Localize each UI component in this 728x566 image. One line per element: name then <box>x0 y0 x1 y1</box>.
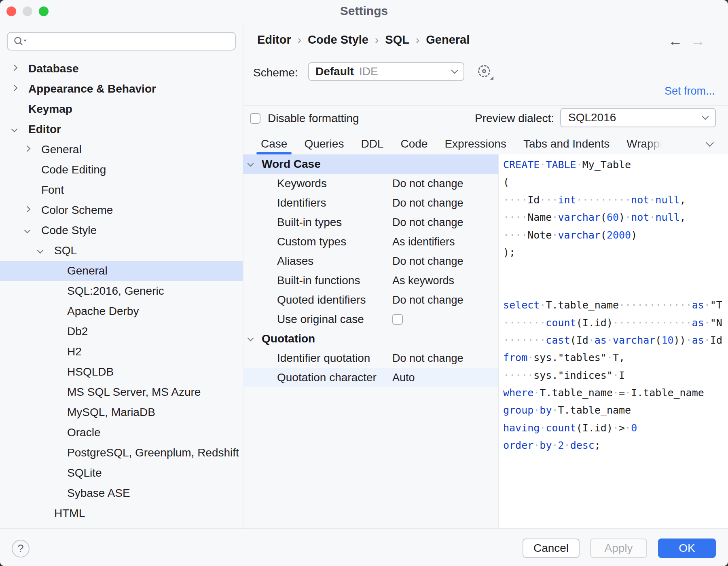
sidebar-item-db2[interactable]: Db2 <box>0 321 243 342</box>
sidebar-item-html[interactable]: HTML <box>0 503 243 524</box>
sidebar-item-oracle[interactable]: Oracle <box>0 422 243 443</box>
tab-case[interactable]: Case <box>252 133 296 154</box>
sidebar-item-general[interactable]: General <box>0 261 243 281</box>
breadcrumb-code-style[interactable]: Code Style <box>308 33 368 46</box>
tab-label: Tabs and Indents <box>523 137 609 150</box>
chevron-right-icon[interactable] <box>24 146 31 152</box>
table-row-identifier-quotation[interactable]: Identifier quotationDo not change <box>243 348 498 368</box>
table-row-built-in-types[interactable]: Built-in typesDo not change <box>243 213 498 232</box>
preview-dialect-dropdown[interactable]: SQL2016 <box>560 108 716 127</box>
table-row-quotation-character[interactable]: Quotation characterAuto <box>243 368 498 387</box>
code-keyword: CREATE <box>503 159 540 171</box>
set-from-link[interactable]: Set from... <box>665 85 715 97</box>
chevron-right-icon[interactable] <box>24 206 31 213</box>
table-row-built-in-functions[interactable]: Built-in functionsAs keywords <box>243 271 498 290</box>
code-text: T.table_name <box>540 387 613 399</box>
code-text: ( <box>601 211 607 223</box>
setting-label: Identifier quotation <box>277 352 370 365</box>
cancel-button[interactable]: Cancel <box>523 539 580 558</box>
sidebar-item-keymap[interactable]: Keymap <box>0 99 243 119</box>
sidebar-item-postgresql-greenplum-redshift[interactable]: PostgreSQL, Greenplum, Redshift <box>0 443 243 463</box>
code-keyword: not <box>631 194 649 206</box>
setting-value[interactable]: Auto <box>392 372 415 384</box>
tab-wrapping[interactable]: Wrapping <box>618 133 672 154</box>
breadcrumb-editor[interactable]: Editor <box>257 33 291 46</box>
table-row-custom-types[interactable]: Custom typesAs identifiers <box>243 232 498 251</box>
help-button[interactable]: ? <box>12 540 30 558</box>
tab-queries[interactable]: Queries <box>296 133 352 154</box>
breadcrumb-sql[interactable]: SQL <box>385 33 409 46</box>
table-row-aliases[interactable]: AliasesDo not change <box>243 251 498 271</box>
sidebar-item-sqlite[interactable]: SQLite <box>0 463 243 483</box>
sidebar-item-code-style[interactable]: Code Style <box>0 220 243 241</box>
code-whitespace-dots: ········· <box>576 194 631 206</box>
disable-formatting-checkbox[interactable] <box>250 113 260 124</box>
code-text: ; <box>595 439 601 451</box>
tabs-overflow-chevron-icon[interactable] <box>706 139 714 147</box>
sql-preview-panel: CREATE·TABLE·My_Table(····Id···int······… <box>499 154 728 528</box>
sidebar-item-h2[interactable]: H2 <box>0 342 243 362</box>
sidebar-item-appearance-behavior[interactable]: Appearance & Behavior <box>0 79 243 99</box>
code-line: group·by·T.table_name <box>503 401 728 419</box>
settings-tree: DatabaseAppearance & BehaviorKeymapEdito… <box>0 59 243 524</box>
table-row-quoted-identifiers[interactable]: Quoted identifiersDo not change <box>243 290 498 310</box>
table-row-use-original-case[interactable]: Use original case <box>243 310 498 329</box>
sidebar-item-color-scheme[interactable]: Color Scheme <box>0 200 243 220</box>
setting-value[interactable]: Do not change <box>392 177 463 190</box>
sidebar-item-label: SQL <box>54 244 77 257</box>
chevron-right-icon[interactable] <box>11 85 18 91</box>
chevron-down-icon[interactable] <box>248 160 254 167</box>
sidebar-item-sybase-ase[interactable]: Sybase ASE <box>0 483 243 503</box>
table-row-identifiers[interactable]: IdentifiersDo not change <box>243 193 498 213</box>
sidebar-item-sql-2016-generic[interactable]: SQL:2016, Generic <box>0 281 243 301</box>
sidebar-item-font[interactable]: Font <box>0 180 243 200</box>
code-keyword: order <box>503 439 533 451</box>
table-row-keywords[interactable]: KeywordsDo not change <box>243 174 498 193</box>
footer-bar: ? Cancel Apply OK <box>0 528 728 566</box>
scheme-dropdown[interactable]: Default IDE <box>308 62 464 81</box>
sidebar-item-code-editing[interactable]: Code Editing <box>0 160 243 180</box>
back-arrow-icon[interactable]: ← <box>668 32 683 49</box>
tab-label: Expressions <box>444 137 506 150</box>
sidebar-item-ms-sql-server-ms-azure[interactable]: MS SQL Server, MS Azure <box>0 382 243 402</box>
code-keyword: varchar <box>613 334 655 346</box>
chevron-right-icon[interactable] <box>11 65 18 71</box>
sidebar-item-mysql-mariadb[interactable]: MySQL, MariaDB <box>0 402 243 422</box>
search-input[interactable] <box>7 32 236 51</box>
code-whitespace-dots: · <box>588 334 595 346</box>
setting-value[interactable]: As keywords <box>392 275 454 287</box>
scheme-gear-icon[interactable] <box>477 64 492 79</box>
ok-button[interactable]: OK <box>658 539 716 558</box>
section-header-word-case[interactable]: Word Case <box>243 154 498 174</box>
chevron-down-icon[interactable] <box>248 335 254 341</box>
apply-button[interactable]: Apply <box>590 539 647 558</box>
sidebar-item-label: HTML <box>54 507 85 520</box>
chevron-down-icon[interactable] <box>37 247 44 254</box>
sidebar-item-label: General <box>41 143 82 156</box>
setting-value[interactable]: Do not change <box>392 255 463 268</box>
sidebar-item-apache-derby[interactable]: Apache Derby <box>0 301 243 321</box>
sidebar-item-general[interactable]: General <box>0 139 243 160</box>
sidebar-item-sql[interactable]: SQL <box>0 241 243 261</box>
chevron-down-icon[interactable] <box>11 126 18 133</box>
setting-value[interactable]: Do not change <box>392 197 463 209</box>
sidebar-item-hsqldb[interactable]: HSQLDB <box>0 362 243 382</box>
tab-code[interactable]: Code <box>392 133 436 154</box>
section-header-quotation[interactable]: Quotation <box>243 329 498 348</box>
setting-value[interactable]: As identifiers <box>392 236 455 248</box>
breadcrumb-general[interactable]: General <box>426 33 470 46</box>
sidebar-item-label: Code Editing <box>41 163 106 176</box>
setting-value[interactable]: Do not change <box>392 216 463 229</box>
tab-tabs-and-indents[interactable]: Tabs and Indents <box>515 133 618 154</box>
setting-value[interactable]: Do not change <box>392 294 463 306</box>
tab-ddl[interactable]: DDL <box>352 133 392 154</box>
tab-expressions[interactable]: Expressions <box>436 133 515 154</box>
chevron-down-icon[interactable] <box>24 227 31 234</box>
use-original-case-checkbox[interactable] <box>392 314 403 325</box>
code-text: T.table_name <box>546 299 619 311</box>
code-whitespace-dots: · <box>649 194 655 206</box>
sidebar-item-editor[interactable]: Editor <box>0 119 243 139</box>
code-text: I <box>619 370 625 381</box>
sidebar-item-database[interactable]: Database <box>0 59 243 79</box>
setting-value[interactable]: Do not change <box>392 352 463 365</box>
